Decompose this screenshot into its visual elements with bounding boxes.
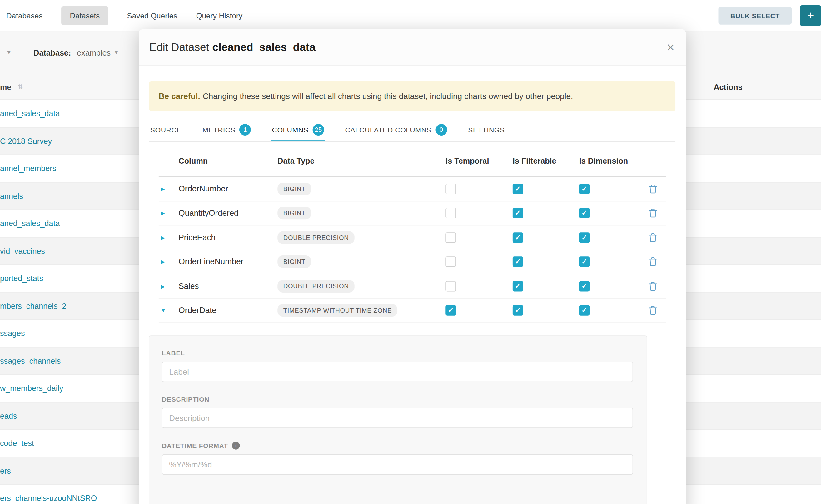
nav-item[interactable]: Datasets [62, 6, 108, 25]
tab-label: COLUMNS [272, 126, 309, 134]
is-dimension-checkbox[interactable] [579, 184, 590, 194]
is-filterable-checkbox[interactable] [513, 232, 523, 243]
dataset-link[interactable]: eads [0, 411, 17, 420]
nav-item[interactable]: Databases [6, 12, 42, 20]
dataset-link[interactable]: annel_members [0, 164, 56, 173]
dataset-link[interactable]: mbers_channels_2 [0, 301, 66, 310]
expand-caret-icon[interactable]: ▶ [161, 210, 165, 216]
chevron-down-icon[interactable]: ▾ [115, 49, 118, 56]
data-type-pill: DOUBLE PRECISION [277, 280, 354, 292]
nav-actions: BULK SELECT + [718, 0, 821, 32]
is-temporal-checkbox[interactable] [446, 232, 456, 243]
tab-count-badge: 1 [240, 124, 251, 136]
nav-item[interactable]: Query History [196, 12, 243, 20]
is-filterable-checkbox[interactable] [513, 208, 523, 219]
dataset-link[interactable]: code_test [0, 439, 34, 447]
column-header-data-type: Data Type [277, 156, 314, 165]
expand-caret-icon[interactable]: ▶ [161, 186, 165, 191]
modal-title-prefix: Edit Dataset [149, 41, 209, 53]
nav-item-label: Datasets [70, 12, 100, 20]
datetime-format-input[interactable] [162, 454, 633, 475]
datasets-page: Databases Datasets Saved Queries Query H… [0, 0, 821, 504]
dataset-link[interactable]: aned_sales_data [0, 109, 60, 118]
dataset-link[interactable]: annels [0, 191, 23, 200]
delete-icon[interactable] [649, 208, 657, 218]
tab[interactable]: COLUMNS 25 [271, 119, 325, 141]
is-temporal-checkbox[interactable] [446, 281, 456, 292]
tab[interactable]: SOURCE [149, 119, 183, 141]
nav-item[interactable]: Saved Queries [127, 12, 177, 20]
is-temporal-checkbox[interactable] [446, 208, 456, 219]
dataset-link[interactable]: ssages_channels [0, 356, 61, 365]
column-data-type: DOUBLE PRECISION [277, 280, 354, 292]
info-icon[interactable]: i [232, 442, 240, 450]
delete-icon[interactable] [649, 184, 657, 194]
is-filterable-checkbox[interactable] [513, 305, 523, 316]
label-input[interactable] [162, 362, 633, 382]
tab[interactable]: METRICS 1 [201, 119, 252, 141]
is-dimension-checkbox[interactable] [579, 208, 590, 219]
label-field-label: LABEL [162, 350, 647, 357]
warning-banner-text: Changing these settings will affect all … [203, 91, 573, 101]
nav-item-label: Saved Queries [127, 12, 177, 20]
tab-count-badge: 0 [436, 124, 447, 136]
description-input[interactable] [162, 408, 633, 428]
column-row: ▼ OrderDate TIMESTAMP WITHOUT TIME ZONE [159, 299, 666, 323]
is-dimension-checkbox[interactable] [579, 257, 590, 267]
data-type-pill: DOUBLE PRECISION [277, 231, 354, 244]
expand-caret-icon[interactable]: ▶ [161, 235, 165, 240]
name-column-header: me [0, 83, 11, 91]
close-icon[interactable]: × [667, 41, 674, 54]
nav-item-label: Databases [6, 12, 42, 20]
column-detail-panel: LABEL DESCRIPTION DATETIME FORMAT i [149, 335, 647, 504]
is-temporal-checkbox[interactable] [446, 257, 456, 267]
is-dimension-checkbox[interactable] [579, 281, 590, 292]
column-data-type: BIGINT [277, 255, 311, 268]
dataset-link[interactable]: aned_sales_data [0, 219, 60, 228]
is-filterable-checkbox[interactable] [513, 184, 523, 194]
dataset-link[interactable]: ssages [0, 329, 25, 338]
bulk-select-button[interactable]: BULK SELECT [718, 7, 792, 25]
is-filterable-checkbox[interactable] [513, 281, 523, 292]
tab[interactable]: SETTINGS [467, 119, 506, 141]
delete-icon[interactable] [649, 233, 657, 242]
expand-caret-icon[interactable]: ▶ [161, 259, 165, 264]
chevron-down-icon[interactable]: ▾ [7, 49, 10, 56]
column-name: OrderDate [179, 306, 216, 315]
column-row: ▶ OrderNumber BIGINT [159, 177, 666, 201]
nav-item-label: Query History [196, 12, 243, 20]
datetime-format-label-text: DATETIME FORMAT [162, 442, 228, 449]
dataset-link[interactable]: ers [0, 466, 11, 475]
column-data-type: TIMESTAMP WITHOUT TIME ZONE [277, 304, 397, 317]
dataset-link[interactable]: C 2018 Survey [0, 136, 52, 145]
is-dimension-checkbox[interactable] [579, 232, 590, 243]
tab-bar: SOURCE METRICS 1 COLUMNS 25 CALCUL [149, 119, 675, 142]
tab[interactable]: CALCULATED COLUMNS 0 [344, 119, 448, 141]
database-filter-value[interactable]: examples [77, 48, 111, 57]
sort-icon[interactable]: ⇅ [18, 83, 23, 90]
column-data-type: BIGINT [277, 183, 311, 195]
data-type-pill: TIMESTAMP WITHOUT TIME ZONE [277, 304, 397, 317]
modal-header: Edit Datasetcleaned_sales_data × [139, 29, 686, 66]
data-type-pill: BIGINT [277, 183, 311, 195]
column-row: ▶ OrderLineNumber BIGINT [159, 250, 666, 274]
is-temporal-checkbox[interactable] [446, 184, 456, 194]
dataset-link[interactable]: ers_channels-uzooNNtSRO [0, 494, 97, 502]
delete-icon[interactable] [649, 257, 657, 266]
delete-icon[interactable] [649, 281, 657, 291]
dataset-link[interactable]: ported_stats [0, 274, 43, 283]
is-dimension-checkbox[interactable] [579, 305, 590, 316]
description-field-label: DESCRIPTION [162, 396, 647, 403]
column-header-is-dimension: Is Dimension [579, 156, 628, 165]
expand-caret-icon[interactable]: ▶ [161, 283, 165, 289]
dataset-link[interactable]: w_members_daily [0, 384, 63, 393]
dataset-link[interactable]: vid_vaccines [0, 246, 45, 255]
is-temporal-checkbox[interactable] [446, 305, 456, 316]
delete-icon[interactable] [649, 306, 657, 315]
edit-dataset-modal: Edit Datasetcleaned_sales_data × Be care… [139, 29, 686, 504]
datetime-format-field-label: DATETIME FORMAT i [162, 442, 647, 450]
column-name: OrderNumber [179, 184, 228, 194]
is-filterable-checkbox[interactable] [513, 257, 523, 267]
expand-caret-icon[interactable]: ▼ [161, 308, 166, 313]
add-button[interactable]: + [800, 5, 821, 26]
